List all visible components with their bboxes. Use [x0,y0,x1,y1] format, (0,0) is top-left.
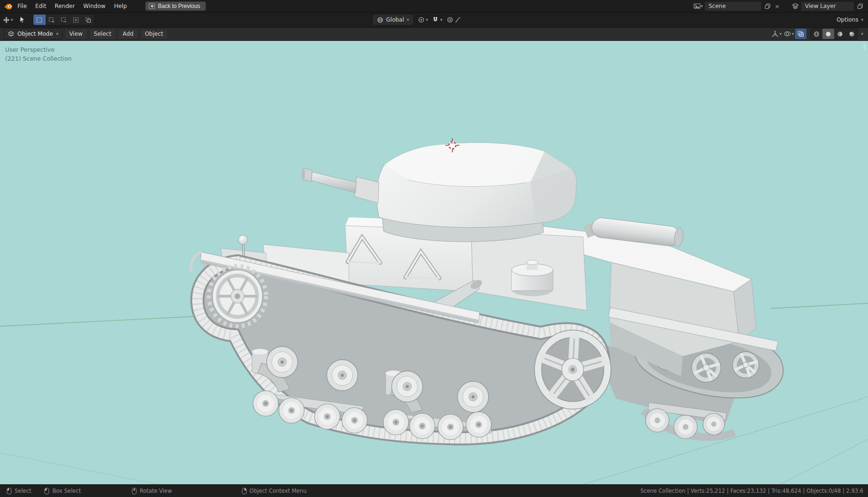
viewport-info-overlay: User Perspective (221) Scene Collection [5,45,72,63]
pivot-point-dropdown[interactable]: ▾ [418,16,428,23]
view-layer-browse-button[interactable] [791,2,799,11]
transform-orientation-dropdown[interactable]: Global ▾ [372,14,414,25]
select-mode-new-button[interactable] [33,15,46,25]
view-layer-name-field[interactable]: View Layer [801,1,854,11]
cursor-tool-icon [19,16,26,24]
show-gizmo-dropdown[interactable]: ▾ [771,29,782,39]
snap-toggle-and-dropdown[interactable]: ▾ [432,16,442,23]
select-mode-intersect-button[interactable] [82,15,95,25]
editor-type-selector[interactable]: ▾ [3,16,13,24]
status-hint-box-select: Box Select [44,488,81,495]
menu-render[interactable]: Render [50,0,79,12]
status-hint-label: Select [15,488,31,494]
object-mode-icon [8,31,14,37]
viewport-canvas[interactable] [0,27,868,485]
blender-logo-glyph [4,3,13,10]
status-hint-label: Object Context Menu [250,488,307,494]
select-box-extend-icon [48,17,55,23]
blender-window: { "topbar": { "menus": ["File", "Edit", … [0,0,868,497]
menu-edit[interactable]: Edit [31,0,50,12]
region-corner-widget[interactable] [863,43,866,50]
scene-new-button[interactable] [763,2,772,11]
gizmo-icon [772,31,779,38]
viewport-menu-view[interactable]: View [64,29,87,39]
menu-window[interactable]: Window [79,0,110,12]
select-mode-group [33,14,95,25]
editor-type-icon [3,16,10,24]
mouse-middle-icon [132,488,137,495]
select-mode-subtract-button[interactable] [58,15,70,25]
chevron-down-icon: ▾ [861,18,863,22]
chevron-down-icon: ▾ [440,18,442,22]
mode-dropdown[interactable]: Object Mode ▾ [4,28,63,39]
chevron-down-icon: ▾ [56,32,59,36]
viewport-3d[interactable]: Object Mode ▾ View Select Add Object ▾ [0,27,868,485]
copy-icon [765,3,771,9]
unlink-icon: × [775,3,780,9]
statusbar: Select Box Select Rotate View Object Con… [0,484,868,497]
back-to-previous-label: Back to Previous [158,3,200,9]
select-mode-invert-button[interactable] [70,15,82,25]
snap-magnet-icon [432,16,439,23]
shading-solid-button[interactable] [822,29,834,39]
proportional-editing-controls[interactable] [447,16,461,23]
shading-material-button[interactable] [834,29,846,39]
status-hint-label: Box Select [52,488,81,494]
select-mode-extend-button[interactable] [46,15,58,25]
chevron-down-icon: ▾ [11,18,13,22]
tool-settings-bar: ▾ [0,12,868,28]
viewport-menu-select[interactable]: Select [89,29,116,39]
transform-orientation-label: Global [386,16,404,23]
mode-label: Object Mode [17,31,53,37]
mouse-right-icon [242,488,247,495]
shading-material-icon [837,31,843,37]
status-hint-context-menu: Object Context Menu [242,488,307,495]
view-name-text: User Perspective [5,45,72,54]
overlays-icon [784,31,791,37]
select-box-subtract-icon [61,17,67,23]
xray-toggle-button[interactable] [795,29,806,39]
orientation-globe-icon [377,17,383,23]
shading-rendered-button[interactable] [846,29,858,39]
shading-wireframe-button[interactable] [811,29,822,39]
select-box-invert-icon [73,17,79,23]
shading-dropdown-caret[interactable]: ▾ [861,32,863,36]
mouse-left-drag-icon [44,488,49,495]
view-layer-new-button[interactable] [856,2,864,11]
scene-browse-button[interactable]: ▾ [694,2,703,11]
back-to-previous-button[interactable]: Back to Previous [145,1,206,11]
transform-cluster: Global ▾ ▾ ▾ [372,14,461,25]
shading-rendered-icon [849,31,855,37]
select-box-icon [36,17,42,23]
shading-solid-icon [825,31,831,37]
menu-file[interactable]: File [13,0,31,12]
pivot-icon [418,16,425,23]
falloff-curve-icon [455,16,461,23]
shading-wireframe-icon [813,31,820,37]
topbar: File Edit Render Window Help Back to Pre… [0,0,868,13]
show-overlays-dropdown[interactable]: ▾ [783,29,794,39]
menu-help[interactable]: Help [110,0,131,12]
viewport-menu-object[interactable]: Object [140,29,168,39]
main-menus: File Edit Render Window Help [13,0,131,12]
chevron-down-icon: ▾ [780,32,782,36]
viewport-header-right: ▾ ▾ [771,28,868,39]
blender-logo[interactable] [3,2,13,10]
xray-icon [797,31,804,37]
copy-icon [857,3,863,9]
options-dropdown[interactable]: Options ▾ [836,16,863,23]
shading-mode-group [810,28,858,39]
back-arrow-icon [149,3,155,9]
viewport-menu-add[interactable]: Add [118,29,138,39]
chevron-down-icon: ▾ [792,32,794,36]
chevron-down-icon: ▾ [701,4,703,8]
tank-model[interactable] [191,143,783,440]
status-hint-rotate-view: Rotate View [132,488,172,495]
active-tool-button[interactable] [17,14,28,25]
tank-turret[interactable] [302,143,577,242]
options-label: Options [836,16,858,23]
scene-unlink-button[interactable]: × [773,2,781,11]
proportional-edit-icon [447,16,453,23]
view-layer-icon [792,3,799,9]
scene-name-field[interactable]: Scene [704,1,762,11]
